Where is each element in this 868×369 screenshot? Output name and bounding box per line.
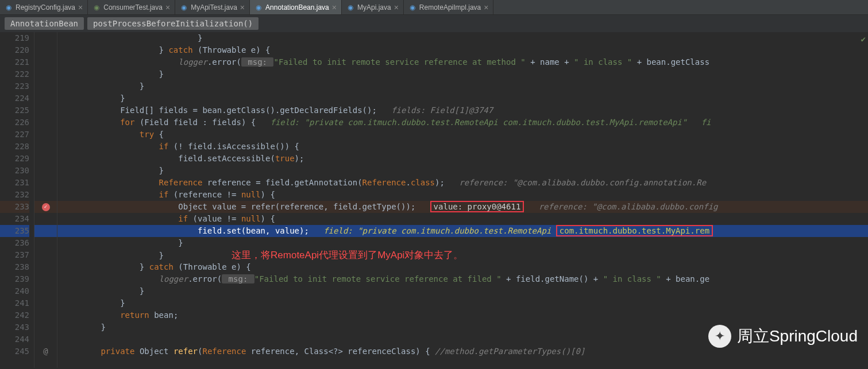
close-icon[interactable]: ×	[78, 3, 83, 12]
watermark-text: 周立SpringCloud	[737, 325, 858, 347]
code-area[interactable]: } } catch (Throwable e) { logger.error( …	[57, 32, 868, 368]
tab-myapitest[interactable]: ◉ MyApiTest.java ×	[175, 0, 250, 14]
tab-label: RegistryConfig.java	[16, 3, 75, 11]
java-icon: ◉	[92, 3, 101, 11]
wechat-icon: ✦	[708, 325, 731, 348]
class-icon: ◉	[180, 3, 188, 11]
breadcrumb-method[interactable]: postProcessBeforeInitialization()	[87, 17, 259, 30]
close-icon[interactable]: ×	[484, 3, 488, 12]
class-icon: ◉	[254, 3, 263, 11]
debug-value-box: value: proxy0@4611	[430, 201, 524, 212]
debug-field-box: com.itmuch.dubbo.test.MyApi.rem	[556, 225, 713, 236]
tab-label: AnnotationBean.java	[265, 3, 329, 11]
class-icon: ◉	[5, 3, 13, 11]
tab-label: MyApiTest.java	[191, 3, 237, 11]
breakpoint-icon[interactable]: ✓	[42, 203, 50, 211]
marker-column: ✓@	[34, 32, 57, 368]
tab-consumertest[interactable]: ◉ ConsumerTest.java ×	[88, 0, 175, 14]
close-icon[interactable]: ×	[165, 3, 170, 12]
close-icon[interactable]: ×	[394, 3, 399, 12]
tab-label: MyApi.java	[357, 3, 391, 11]
close-icon[interactable]: ×	[332, 3, 337, 12]
watermark: ✦ 周立SpringCloud	[708, 325, 858, 348]
tab-label: RemoteApiImpl.java	[419, 3, 481, 11]
close-icon[interactable]: ×	[240, 3, 245, 12]
class-icon: ◉	[346, 3, 354, 11]
annotation-callout: 这里，将RemoteApi代理设置到了MyApi对象中去了。	[232, 250, 463, 261]
editor: ✔ 21922022122222322422522622722822923023…	[0, 32, 868, 368]
tab-label: ConsumerTest.java	[103, 3, 163, 11]
tab-registryconfig[interactable]: ◉ RegistryConfig.java ×	[0, 0, 88, 14]
tab-myapi[interactable]: ◉ MyApi.java ×	[342, 0, 404, 14]
gutter: 2192202212222232242252262272282292302312…	[0, 32, 34, 368]
tab-remoteapiimpl[interactable]: ◉ RemoteApiImpl.java ×	[404, 0, 494, 14]
breadcrumb-bar: AnnotationBean postProcessBeforeInitiali…	[0, 15, 868, 32]
editor-tabs: ◉ RegistryConfig.java × ◉ ConsumerTest.j…	[0, 0, 868, 15]
breadcrumb-class[interactable]: AnnotationBean	[5, 17, 84, 30]
tab-annotationbean[interactable]: ◉ AnnotationBean.java ×	[250, 0, 342, 14]
class-icon: ◉	[408, 3, 416, 11]
